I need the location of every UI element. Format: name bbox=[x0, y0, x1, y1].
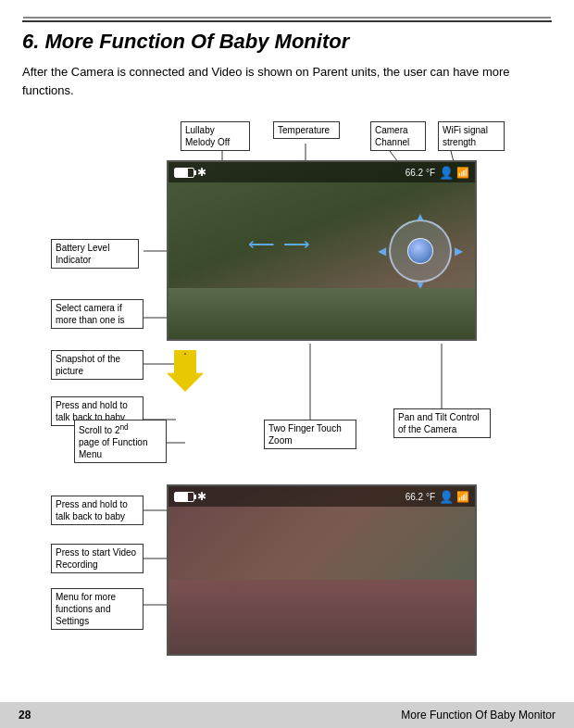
snapshot-callout: Snapshot of the picture bbox=[51, 350, 144, 380]
talk-back-callout-2: Press and hold to talk back to baby bbox=[51, 496, 144, 525]
pan-tilt-callout: Pan and Tilt Control of the Camera bbox=[393, 408, 491, 438]
landscape-bottom bbox=[168, 288, 475, 339]
battery-tip bbox=[194, 170, 196, 175]
select-camera-callout: Select camera if more than one is bbox=[51, 299, 144, 329]
camera-channel-callout: Camera Channel bbox=[370, 121, 426, 151]
battery-fill bbox=[175, 169, 188, 177]
temperature-display: 66.2 °F bbox=[406, 168, 435, 178]
battery-fill-2 bbox=[175, 493, 188, 501]
intro-text: After the Camera is connected and Video … bbox=[22, 63, 552, 99]
lullaby-icon: ✱ bbox=[197, 166, 206, 179]
pan-right-arrow: ▶ bbox=[455, 245, 463, 257]
scroll-arrow-container bbox=[167, 350, 204, 392]
wifi-icon: 📶 bbox=[456, 167, 469, 179]
lullaby-callout: Lullaby Melody Off bbox=[181, 121, 250, 151]
camera-screen-bottom: ✱ 66.2 °F 👤 📶 bbox=[167, 484, 477, 656]
sky-area-2 bbox=[168, 507, 475, 580]
footer-page-number: 28 bbox=[19, 709, 31, 722]
section-divider bbox=[23, 17, 551, 19]
battery-indicator-2 bbox=[174, 492, 194, 502]
wifi-icon-2: 📶 bbox=[456, 491, 469, 503]
menu-more-callout: Menu for more functions and Settings bbox=[51, 588, 144, 630]
battery-tip-2 bbox=[194, 495, 196, 499]
battery-callout: Battery Level Indicator bbox=[51, 239, 139, 269]
footer-title: More Function Of Baby Monitor bbox=[401, 709, 555, 722]
status-bar-top: ✱ 66.2 °F 👤 📶 bbox=[168, 162, 475, 182]
pan-up-arrow: ▲ bbox=[415, 210, 426, 223]
diagram-container: Lullaby Melody Off Temperature Camera Ch… bbox=[23, 114, 551, 688]
touch-zoom-callout: Two Finger Touch Zoom bbox=[264, 420, 356, 449]
person-icon: 👤 bbox=[439, 166, 454, 180]
temperature-display-2: 66.2 °F bbox=[406, 492, 435, 502]
pan-left-arrow: ◀ bbox=[378, 245, 386, 257]
page-title: 6. More Function Of Baby Monitor bbox=[22, 20, 552, 54]
scroll-callout: Scroll to 2nd Scroll to 2nd page of Func… bbox=[74, 420, 167, 463]
bottom-diagram: MENU ✱ 66.2 °F 👤 📶 bbox=[23, 475, 551, 688]
press-start-callout: Press to start Video Recording bbox=[51, 544, 144, 573]
status-bar-bottom: ✱ 66.2 °F 👤 📶 bbox=[168, 486, 475, 507]
wifi-callout: WiFi signal strength bbox=[438, 121, 505, 151]
footer-bar: 28 More Function Of Baby Monitor bbox=[0, 702, 574, 728]
temperature-callout: Temperature bbox=[273, 121, 340, 139]
top-diagram: Lullaby Melody Off Temperature Camera Ch… bbox=[23, 114, 551, 475]
landscape-bottom-2 bbox=[168, 580, 475, 654]
camera-screen-top: ✱ 66.2 °F 👤 📶 ⟵ ⟶ bbox=[167, 160, 477, 341]
pan-arrow-horizontal: ⟵ ⟶ bbox=[248, 232, 313, 255]
scroll-down-arrow bbox=[167, 350, 204, 392]
battery-indicator bbox=[174, 168, 194, 178]
lullaby-icon-2: ✱ bbox=[197, 490, 206, 503]
pan-joystick bbox=[407, 238, 433, 264]
pan-control: ▲ ▼ ◀ ▶ bbox=[389, 220, 452, 282]
scroll-label-line1: Scroll to 2 bbox=[79, 425, 119, 435]
person-icon-2: 👤 bbox=[439, 490, 454, 504]
